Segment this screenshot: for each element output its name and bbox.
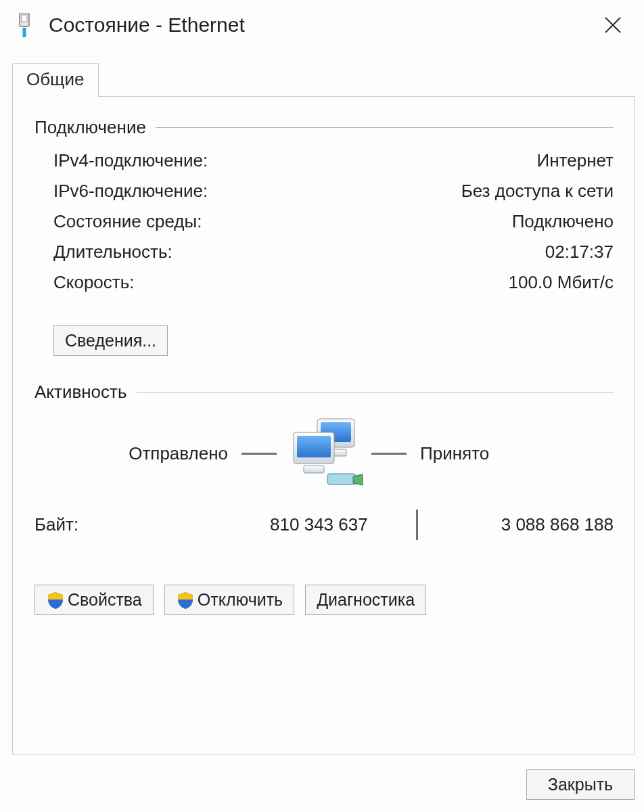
ipv4-label: IPv4-подключение: xyxy=(53,150,208,171)
divider xyxy=(137,392,614,392)
divider xyxy=(156,127,614,128)
media-state-row: Состояние среды: Подключено xyxy=(53,211,614,232)
svg-rect-11 xyxy=(327,474,356,484)
diagnose-button-label: Диагностика xyxy=(317,590,415,610)
diagnose-button[interactable]: Диагностика xyxy=(305,585,426,615)
disable-button[interactable]: Отключить xyxy=(164,585,294,615)
titlebar: Состояние - Ethernet xyxy=(0,0,644,50)
ipv4-value: Интернет xyxy=(537,150,614,171)
shield-icon xyxy=(46,591,65,610)
bytes-sent-value: 810 343 637 xyxy=(221,514,407,535)
connection-group-label: Подключение xyxy=(34,117,146,138)
media-state-label: Состояние среды: xyxy=(53,211,202,232)
connection-group-header: Подключение xyxy=(34,117,614,138)
speed-value: 100.0 Мбит/с xyxy=(509,272,614,293)
disable-button-label: Отключить xyxy=(198,590,283,610)
speed-label: Скорость: xyxy=(53,272,135,293)
media-state-value: Подключено xyxy=(512,211,614,232)
speed-row: Скорость: 100.0 Мбит/с xyxy=(53,272,614,293)
window-title: Состояние - Ethernet xyxy=(49,14,599,37)
duration-row: Длительность: 02:17:37 xyxy=(53,242,614,263)
connection-fields: IPv4-подключение: Интернет IPv6-подключе… xyxy=(34,150,614,309)
ipv6-row: IPv6-подключение: Без доступа к сети xyxy=(53,181,614,202)
details-button[interactable]: Сведения... xyxy=(53,325,168,356)
activity-group-label: Активность xyxy=(34,382,127,403)
divider xyxy=(416,510,418,540)
tab-panel-general: Подключение IPv4-подключение: Интернет I… xyxy=(12,96,635,754)
bytes-row: Байт: 810 343 637 3 088 868 188 xyxy=(34,510,614,540)
dialog-footer: Закрыть xyxy=(0,754,644,812)
ipv4-row: IPv4-подключение: Интернет xyxy=(53,150,614,171)
bytes-label: Байт: xyxy=(34,514,221,535)
svg-rect-9 xyxy=(297,436,331,457)
bytes-received-value: 3 088 868 188 xyxy=(428,514,614,535)
activity-visual: Отправлено xyxy=(34,416,614,491)
action-buttons: Свойства Отключить xyxy=(34,585,614,615)
divider xyxy=(242,453,277,455)
shield-icon xyxy=(176,591,195,610)
svg-rect-2 xyxy=(23,28,26,37)
tabs: Общие xyxy=(12,62,635,96)
activity-group-header: Активность xyxy=(34,382,614,403)
ethernet-adapter-icon xyxy=(15,12,34,38)
received-label: Принято xyxy=(420,443,489,464)
close-icon[interactable] xyxy=(599,12,626,39)
ipv6-label: IPv6-подключение: xyxy=(53,181,208,202)
activity-group: Активность Отправлено xyxy=(34,382,614,615)
svg-rect-10 xyxy=(304,466,324,473)
duration-label: Длительность: xyxy=(53,242,172,263)
status-dialog: Состояние - Ethernet Общие Подключение I… xyxy=(0,0,644,812)
ipv6-value: Без доступа к сети xyxy=(461,181,614,202)
svg-rect-1 xyxy=(22,15,27,22)
tab-general[interactable]: Общие xyxy=(12,63,99,97)
properties-button[interactable]: Свойства xyxy=(34,585,154,615)
network-computers-icon xyxy=(277,416,371,491)
close-button[interactable]: Закрыть xyxy=(526,769,635,800)
duration-value: 02:17:37 xyxy=(545,242,614,263)
properties-button-label: Свойства xyxy=(68,590,142,610)
divider xyxy=(371,453,407,455)
content-area: Общие Подключение IPv4-подключение: Инте… xyxy=(0,50,644,754)
sent-label: Отправлено xyxy=(129,443,228,464)
